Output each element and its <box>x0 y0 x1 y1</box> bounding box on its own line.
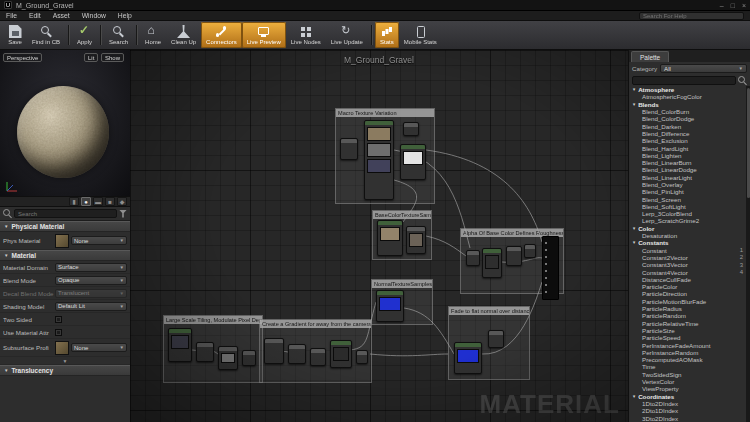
cylinder-shape-icon[interactable]: ▮ <box>69 197 79 206</box>
mesh-shape-icon[interactable]: ◆ <box>117 197 127 206</box>
palette-item-blend-lineardodge[interactable]: Blend_LinearDodge <box>629 166 746 173</box>
toolbar-button-save[interactable]: Save <box>3 22 27 48</box>
menu-help[interactable]: Help <box>118 12 132 19</box>
subsurface-profi-asset-picker[interactable]: None▼ <box>71 343 127 352</box>
palette-search-input[interactable] <box>632 76 736 85</box>
palette-category-color[interactable]: ▼Color <box>629 225 746 232</box>
toolbar-button-search[interactable]: Search <box>104 22 133 48</box>
shading-model-dropdown[interactable]: Default Lit▼ <box>55 302 127 311</box>
toolbar-button-clean-up[interactable]: Clean Up <box>166 22 201 48</box>
graph-node[interactable] <box>264 338 284 364</box>
two-sided-checkbox[interactable] <box>55 316 62 323</box>
palette-item-particlecolor[interactable]: ParticleColor <box>629 283 746 290</box>
palette-item-blend-lighten[interactable]: Blend_Lighten <box>629 152 746 159</box>
palette-item-blend-linearlight[interactable]: Blend_LinearLight <box>629 174 746 181</box>
blend-mode-dropdown[interactable]: Opaque▼ <box>55 276 127 285</box>
palette-item-perinstancerandom[interactable]: PerInstanceRandom <box>629 349 746 356</box>
palette-scrollbar[interactable] <box>746 86 750 422</box>
category-dropdown[interactable]: All ▼ <box>660 64 747 73</box>
palette-item-lerp-scratchgrime2[interactable]: Lerp_ScratchGrime2 <box>629 217 746 224</box>
palette-item-atmosphericfogcolor[interactable]: AtmosphericFogColor <box>629 93 746 100</box>
graph-node[interactable] <box>488 330 504 348</box>
graph-node[interactable] <box>466 250 480 266</box>
toolbar-button-live-nodes[interactable]: Live Nodes <box>286 22 326 48</box>
toolbar-button-live-update[interactable]: Live Update <box>326 22 368 48</box>
toolbar-button-stats[interactable]: Stats <box>375 22 399 48</box>
palette-item-blend-exclusion[interactable]: Blend_Exclusion <box>629 137 746 144</box>
palette-item-particleradius[interactable]: ParticleRadius <box>629 305 746 312</box>
graph-node[interactable] <box>218 346 238 370</box>
tab-palette[interactable]: Palette <box>631 51 669 62</box>
palette-item-2dto1dindex[interactable]: 2Dto1DIndex <box>629 407 746 414</box>
details-section-material[interactable]: ▼Material <box>0 250 130 261</box>
graph-node[interactable] <box>340 138 358 160</box>
palette-item-constant3vector[interactable]: Constant3Vector3 <box>629 261 746 268</box>
show-advanced-button[interactable]: ▼ <box>0 357 130 365</box>
minimize-button[interactable]: – <box>720 2 724 9</box>
maximize-button[interactable]: □ <box>731 2 735 9</box>
asset-thumbnail[interactable] <box>55 234 69 248</box>
details-section-translucency[interactable]: ▼Translucency <box>0 365 130 376</box>
sphere-shape-icon[interactable]: ● <box>81 197 91 206</box>
toolbar-button-connectors[interactable]: Connectors <box>201 22 242 48</box>
filter-icon[interactable] <box>119 210 127 218</box>
palette-item-particlemotionblurfade[interactable]: ParticleMotionBlurFade <box>629 298 746 305</box>
palette-item-constant[interactable]: Constant1 <box>629 247 746 254</box>
toolbar-button-mobile-stats[interactable]: Mobile Stats <box>399 22 442 48</box>
palette-item-blend-pinlight[interactable]: Blend_PinLight <box>629 188 746 195</box>
graph-node[interactable] <box>196 342 214 362</box>
palette-item-particlesize[interactable]: ParticleSize <box>629 327 746 334</box>
material-graph-canvas[interactable]: M_Ground_Gravel MATERIAL Macro Texture V… <box>130 50 628 422</box>
asset-thumbnail[interactable] <box>55 341 69 355</box>
palette-item-distancecullfade[interactable]: DistanceCullFade <box>629 276 746 283</box>
material-preview-sphere[interactable] <box>17 86 109 178</box>
graph-node[interactable] <box>406 226 426 254</box>
texture-sample-node[interactable] <box>168 328 192 362</box>
palette-item-1dto2dindex[interactable]: 1Dto2DIndex <box>629 400 746 407</box>
palette-item-time[interactable]: Time <box>629 363 746 370</box>
palette-item-particlerelativetime[interactable]: ParticleRelativeTime <box>629 320 746 327</box>
palette-item-3dto2dindex[interactable]: 3Dto2DIndex <box>629 414 746 421</box>
details-search-input[interactable] <box>14 209 117 218</box>
graph-node[interactable] <box>242 350 256 366</box>
graph-node[interactable] <box>356 350 368 364</box>
palette-item-blend-screen[interactable]: Blend_Screen <box>629 195 746 202</box>
details-section-physical-material[interactable]: ▼Physical Material <box>0 221 130 232</box>
menu-file[interactable]: File <box>6 12 17 19</box>
palette-item-precomputedaomask[interactable]: PrecomputedAOMask <box>629 356 746 363</box>
texture-sample-node[interactable] <box>400 144 426 180</box>
help-search-input[interactable] <box>639 12 744 20</box>
menu-edit[interactable]: Edit <box>29 12 41 19</box>
close-button[interactable]: × <box>742 2 746 9</box>
scrollbar-thumb[interactable] <box>747 88 750 198</box>
palette-item-lerp-3colorblend[interactable]: Lerp_3ColorBlend <box>629 210 746 217</box>
decal-blend-mode-dropdown[interactable]: Translucent▼ <box>55 289 127 298</box>
palette-item-blend-darken[interactable]: Blend_Darken <box>629 122 746 129</box>
plane-shape-icon[interactable]: ▬ <box>93 197 103 206</box>
menu-asset[interactable]: Asset <box>53 12 70 19</box>
graph-node[interactable] <box>288 344 306 364</box>
palette-category-constants[interactable]: ▼Constants <box>629 239 746 246</box>
menu-window[interactable]: Window <box>82 12 106 19</box>
texture-sample-node[interactable] <box>330 340 352 368</box>
material-domain-dropdown[interactable]: Surface▼ <box>55 263 127 272</box>
palette-item-particlerandom[interactable]: ParticleRandom <box>629 312 746 319</box>
palette-item-vertexcolor[interactable]: VertexColor <box>629 378 746 385</box>
palette-category-blends[interactable]: ▼Blends <box>629 101 746 108</box>
use-material-attr-checkbox[interactable] <box>55 329 62 336</box>
palette-item-blend-overlay[interactable]: Blend_Overlay <box>629 181 746 188</box>
palette-item-blend-linearburn[interactable]: Blend_LinearBurn <box>629 159 746 166</box>
palette-item-perinstancefadeamount[interactable]: PerInstanceFadeAmount <box>629 341 746 348</box>
graph-node[interactable] <box>403 122 419 136</box>
texture-sample-node[interactable] <box>364 120 394 200</box>
graph-node[interactable] <box>506 246 522 266</box>
toolbar-button-find-in-cb[interactable]: Find in CB <box>27 22 65 48</box>
toolbar-button-home[interactable]: Home <box>140 22 166 48</box>
palette-item-blend-colorburn[interactable]: Blend_ColorBurn <box>629 108 746 115</box>
show-menu-button[interactable]: Show <box>101 53 124 62</box>
palette-item-desaturation[interactable]: Desaturation <box>629 232 746 239</box>
normal-texture-node[interactable] <box>376 290 404 322</box>
toolbar-button-apply[interactable]: Apply <box>72 22 97 48</box>
palette-item-viewproperty[interactable]: ViewProperty <box>629 385 746 392</box>
lit-mode-button[interactable]: Lit <box>84 53 98 62</box>
